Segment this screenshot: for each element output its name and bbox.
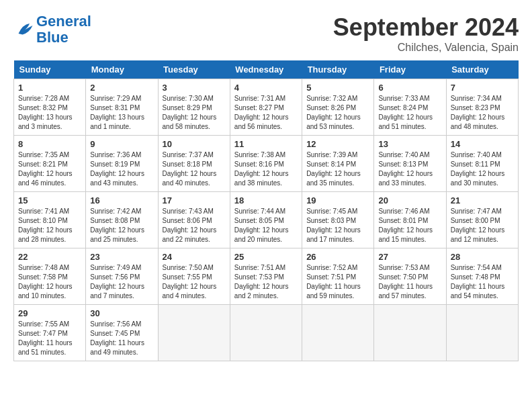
day-number: 19 bbox=[306, 195, 369, 205]
day-info: Sunrise: 7:39 AM Sunset: 8:14 PM Dayligh… bbox=[306, 150, 369, 188]
day-info: Sunrise: 7:46 AM Sunset: 8:01 PM Dayligh… bbox=[378, 207, 441, 244]
calendar-day-20: 20 Sunrise: 7:46 AM Sunset: 8:01 PM Dayl… bbox=[374, 192, 446, 248]
day-number: 12 bbox=[306, 139, 369, 149]
calendar-day-21: 21 Sunrise: 7:47 AM Sunset: 8:00 PM Dayl… bbox=[446, 192, 518, 248]
day-number: 10 bbox=[163, 139, 226, 149]
day-number: 2 bbox=[90, 83, 153, 93]
day-info: Sunrise: 7:38 AM Sunset: 8:16 PM Dayligh… bbox=[234, 150, 298, 188]
month-title: September 2024 bbox=[333, 13, 519, 42]
header-friday: Friday bbox=[374, 60, 446, 79]
day-info: Sunrise: 7:40 AM Sunset: 8:11 PM Dayligh… bbox=[451, 150, 514, 188]
day-number: 27 bbox=[378, 252, 441, 262]
calendar-day-16: 16 Sunrise: 7:42 AM Sunset: 8:08 PM Dayl… bbox=[86, 192, 158, 248]
day-number: 6 bbox=[378, 83, 441, 93]
day-number: 18 bbox=[234, 195, 298, 205]
day-number: 5 bbox=[306, 83, 369, 93]
calendar-day-10: 10 Sunrise: 7:37 AM Sunset: 8:18 PM Dayl… bbox=[158, 136, 230, 192]
day-info: Sunrise: 7:47 AM Sunset: 8:00 PM Dayligh… bbox=[451, 207, 514, 244]
day-number: 1 bbox=[18, 83, 81, 93]
day-number: 3 bbox=[163, 83, 226, 93]
calendar-day-14: 14 Sunrise: 7:40 AM Sunset: 8:11 PM Dayl… bbox=[446, 136, 518, 192]
day-info: Sunrise: 7:31 AM Sunset: 8:27 PM Dayligh… bbox=[234, 94, 298, 132]
calendar-day-3: 3 Sunrise: 7:30 AM Sunset: 8:29 PM Dayli… bbox=[158, 79, 230, 136]
header-sunday: Sunday bbox=[14, 60, 86, 79]
day-number: 13 bbox=[378, 139, 441, 149]
calendar-day-24: 24 Sunrise: 7:50 AM Sunset: 7:55 PM Dayl… bbox=[158, 248, 230, 305]
calendar-day-4: 4 Sunrise: 7:31 AM Sunset: 8:27 PM Dayli… bbox=[230, 79, 302, 136]
calendar-week-5: 29 Sunrise: 7:55 AM Sunset: 7:47 PM Dayl… bbox=[14, 305, 519, 361]
day-info: Sunrise: 7:50 AM Sunset: 7:55 PM Dayligh… bbox=[163, 263, 226, 301]
calendar-day-8: 8 Sunrise: 7:35 AM Sunset: 8:21 PM Dayli… bbox=[14, 136, 86, 192]
day-number: 9 bbox=[90, 139, 153, 149]
calendar-day-1: 1 Sunrise: 7:28 AM Sunset: 8:32 PM Dayli… bbox=[14, 79, 86, 136]
day-info: Sunrise: 7:37 AM Sunset: 8:18 PM Dayligh… bbox=[163, 150, 226, 188]
header-thursday: Thursday bbox=[302, 60, 374, 79]
calendar-week-4: 22 Sunrise: 7:48 AM Sunset: 7:58 PM Dayl… bbox=[14, 248, 519, 305]
day-number: 16 bbox=[90, 195, 153, 205]
calendar-day-9: 9 Sunrise: 7:36 AM Sunset: 8:19 PM Dayli… bbox=[86, 136, 158, 192]
day-info: Sunrise: 7:30 AM Sunset: 8:29 PM Dayligh… bbox=[163, 94, 226, 132]
calendar-day-empty bbox=[446, 305, 518, 361]
calendar-day-29: 29 Sunrise: 7:55 AM Sunset: 7:47 PM Dayl… bbox=[14, 305, 86, 361]
day-info: Sunrise: 7:41 AM Sunset: 8:10 PM Dayligh… bbox=[18, 207, 81, 244]
calendar-day-25: 25 Sunrise: 7:51 AM Sunset: 7:53 PM Dayl… bbox=[230, 248, 302, 305]
day-number: 22 bbox=[18, 252, 81, 262]
calendar-day-empty bbox=[302, 305, 374, 361]
page-header: General Blue September 2024 Chilches, Va… bbox=[13, 13, 519, 54]
calendar-day-13: 13 Sunrise: 7:40 AM Sunset: 8:13 PM Dayl… bbox=[374, 136, 446, 192]
calendar-day-19: 19 Sunrise: 7:45 AM Sunset: 8:03 PM Dayl… bbox=[302, 192, 374, 248]
calendar-day-6: 6 Sunrise: 7:33 AM Sunset: 8:24 PM Dayli… bbox=[374, 79, 446, 136]
day-info: Sunrise: 7:29 AM Sunset: 8:31 PM Dayligh… bbox=[90, 94, 153, 132]
day-info: Sunrise: 7:36 AM Sunset: 8:19 PM Dayligh… bbox=[90, 150, 153, 188]
calendar-day-23: 23 Sunrise: 7:49 AM Sunset: 7:56 PM Dayl… bbox=[86, 248, 158, 305]
day-info: Sunrise: 7:28 AM Sunset: 8:32 PM Dayligh… bbox=[18, 94, 81, 132]
header-wednesday: Wednesday bbox=[230, 60, 302, 79]
day-info: Sunrise: 7:45 AM Sunset: 8:03 PM Dayligh… bbox=[306, 207, 369, 244]
calendar-day-empty bbox=[158, 305, 230, 361]
calendar-day-12: 12 Sunrise: 7:39 AM Sunset: 8:14 PM Dayl… bbox=[302, 136, 374, 192]
calendar-day-28: 28 Sunrise: 7:54 AM Sunset: 7:48 PM Dayl… bbox=[446, 248, 518, 305]
calendar-day-empty bbox=[374, 305, 446, 361]
header-saturday: Saturday bbox=[446, 60, 518, 79]
logo-text: General Blue bbox=[36, 13, 91, 46]
day-number: 11 bbox=[234, 139, 298, 149]
header-tuesday: Tuesday bbox=[158, 60, 230, 79]
calendar-day-11: 11 Sunrise: 7:38 AM Sunset: 8:16 PM Dayl… bbox=[230, 136, 302, 192]
day-number: 29 bbox=[18, 308, 81, 318]
calendar-day-2: 2 Sunrise: 7:29 AM Sunset: 8:31 PM Dayli… bbox=[86, 79, 158, 136]
day-info: Sunrise: 7:34 AM Sunset: 8:23 PM Dayligh… bbox=[451, 94, 514, 132]
title-block: September 2024 Chilches, Valencia, Spain bbox=[333, 13, 519, 54]
day-number: 14 bbox=[451, 139, 514, 149]
day-info: Sunrise: 7:44 AM Sunset: 8:05 PM Dayligh… bbox=[234, 207, 298, 244]
logo: General Blue bbox=[13, 13, 91, 46]
day-number: 21 bbox=[451, 195, 514, 205]
day-info: Sunrise: 7:54 AM Sunset: 7:48 PM Dayligh… bbox=[451, 263, 514, 301]
day-number: 15 bbox=[18, 195, 81, 205]
day-info: Sunrise: 7:51 AM Sunset: 7:53 PM Dayligh… bbox=[234, 263, 298, 301]
day-number: 17 bbox=[163, 195, 226, 205]
logo-general: General bbox=[36, 13, 91, 30]
day-info: Sunrise: 7:42 AM Sunset: 8:08 PM Dayligh… bbox=[90, 207, 153, 244]
day-info: Sunrise: 7:53 AM Sunset: 7:50 PM Dayligh… bbox=[378, 263, 441, 301]
day-info: Sunrise: 7:48 AM Sunset: 7:58 PM Dayligh… bbox=[18, 263, 81, 301]
day-info: Sunrise: 7:55 AM Sunset: 7:47 PM Dayligh… bbox=[18, 320, 81, 357]
day-number: 8 bbox=[18, 139, 81, 149]
location-title: Chilches, Valencia, Spain bbox=[333, 42, 519, 54]
day-info: Sunrise: 7:35 AM Sunset: 8:21 PM Dayligh… bbox=[18, 150, 81, 188]
day-number: 24 bbox=[163, 252, 226, 262]
calendar-day-7: 7 Sunrise: 7:34 AM Sunset: 8:23 PM Dayli… bbox=[446, 79, 518, 136]
day-info: Sunrise: 7:56 AM Sunset: 7:45 PM Dayligh… bbox=[90, 320, 153, 357]
day-number: 7 bbox=[451, 83, 514, 93]
calendar-week-3: 15 Sunrise: 7:41 AM Sunset: 8:10 PM Dayl… bbox=[14, 192, 519, 248]
calendar-day-5: 5 Sunrise: 7:32 AM Sunset: 8:26 PM Dayli… bbox=[302, 79, 374, 136]
day-info: Sunrise: 7:43 AM Sunset: 8:06 PM Dayligh… bbox=[163, 207, 226, 244]
calendar-day-17: 17 Sunrise: 7:43 AM Sunset: 8:06 PM Dayl… bbox=[158, 192, 230, 248]
calendar-day-27: 27 Sunrise: 7:53 AM Sunset: 7:50 PM Dayl… bbox=[374, 248, 446, 305]
calendar-day-18: 18 Sunrise: 7:44 AM Sunset: 8:05 PM Dayl… bbox=[230, 192, 302, 248]
day-info: Sunrise: 7:32 AM Sunset: 8:26 PM Dayligh… bbox=[306, 94, 369, 132]
logo-blue: Blue bbox=[36, 29, 69, 46]
day-number: 20 bbox=[378, 195, 441, 205]
day-info: Sunrise: 7:33 AM Sunset: 8:24 PM Dayligh… bbox=[378, 94, 441, 132]
header-monday: Monday bbox=[86, 60, 158, 79]
day-number: 23 bbox=[90, 252, 153, 262]
